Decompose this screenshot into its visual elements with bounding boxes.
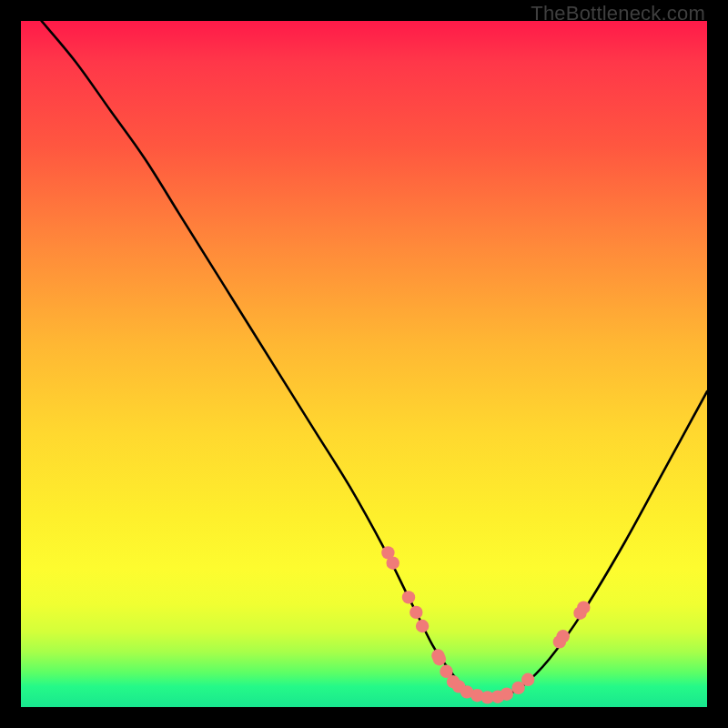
chart-frame — [21, 21, 707, 707]
data-point-marker — [521, 673, 534, 686]
bottleneck-curve — [42, 21, 707, 699]
data-point-marker — [500, 688, 513, 701]
data-point-marker — [577, 602, 590, 614]
marker-group — [381, 546, 590, 703]
data-point-marker — [410, 606, 422, 619]
data-point-marker — [402, 591, 415, 603]
attribution-label: TheBottleneck.com — [531, 2, 705, 25]
plot-area — [21, 21, 707, 707]
data-point-marker — [387, 557, 399, 570]
chart-svg — [21, 21, 707, 707]
data-point-marker — [416, 620, 429, 632]
data-point-marker — [557, 630, 570, 642]
data-point-marker — [433, 652, 446, 665]
